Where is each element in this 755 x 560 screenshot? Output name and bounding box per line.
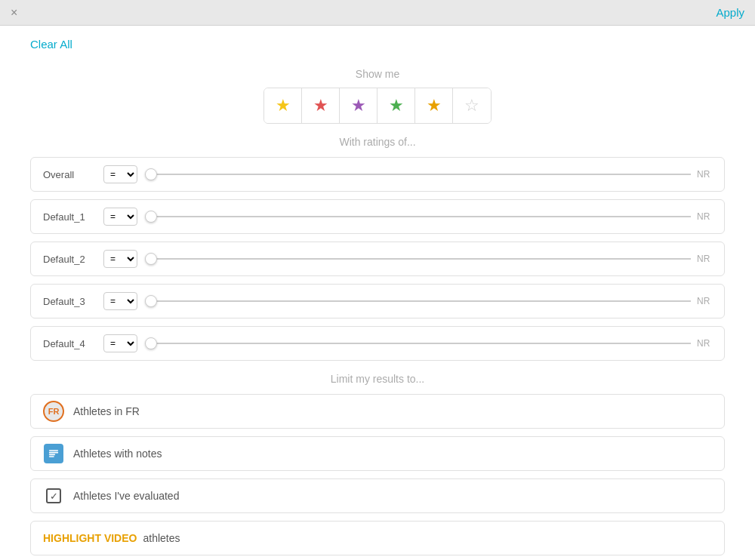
athletes-with-notes-label: Athletes with notes [73,448,162,460]
with-ratings-label: With ratings of... [30,136,725,148]
rating-name-1: Default_1 [43,211,103,223]
rating-slider-3[interactable] [145,300,691,302]
rating-slider-4[interactable] [145,343,691,344]
star-filter-row: ★ ★ ★ ★ ★ ☆ [30,88,725,124]
rating-name-4: Default_4 [43,338,103,349]
rating-row-0: Overall = > < >= <= NR [30,157,725,192]
rating-name-2: Default_2 [43,254,103,265]
rating-operator-0[interactable]: = > < >= <= [103,165,137,183]
apply-button[interactable]: Apply [716,6,744,19]
athletes-in-fr-row[interactable]: FR Athletes in FR [30,394,725,429]
rating-rows-container: Overall = > < >= <= NR Default_1 = > < >… [30,157,725,361]
athletes-evaluated-label: Athletes I've evaluated [73,490,179,502]
star-yellow-button[interactable]: ★ [264,88,302,123]
slider-end-label-3: NR [697,296,712,306]
rating-slider-2[interactable] [145,258,691,260]
evaluated-icon [43,485,64,506]
top-bar: × Apply [0,0,755,26]
slider-track-2 [145,258,691,260]
slider-end-label-1: NR [697,211,712,222]
slider-track-0 [145,174,691,175]
fr-icon: FR [43,401,64,422]
slider-track-4 [145,343,691,344]
rating-operator-1[interactable]: = > < >= <= [103,208,137,226]
rating-operator-4[interactable]: = > < >= <= [103,334,137,352]
close-button[interactable]: × [11,7,17,19]
highlight-video-label: HIGHLIGHT VIDEO [43,532,137,544]
clear-all-row: Clear All [30,26,725,57]
rating-slider-1[interactable] [145,216,691,217]
notes-icon [43,443,64,464]
athletes-in-fr-label: Athletes in FR [73,405,140,417]
clear-all-button[interactable]: Clear All [30,38,72,51]
slider-end-label-2: NR [697,254,712,264]
rating-row-4: Default_4 = > < >= <= NR [30,326,725,361]
highlight-video-suffix: athletes [143,532,180,544]
rating-operator-3[interactable]: = > < >= <= [103,292,137,310]
star-green-button[interactable]: ★ [378,88,415,123]
slider-end-label-4: NR [697,338,712,349]
rating-row-1: Default_1 = > < >= <= NR [30,199,725,234]
star-container: ★ ★ ★ ★ ★ ☆ [263,88,492,124]
rating-row-3: Default_3 = > < >= <= NR [30,284,725,318]
rating-slider-0[interactable] [145,174,691,175]
slider-track-1 [145,216,691,217]
slider-end-label-0: NR [697,169,712,180]
main-content: Clear All Show me ★ ★ ★ ★ ★ ☆ With ratin… [0,26,755,560]
athletes-with-notes-row[interactable]: Athletes with notes [30,436,725,471]
slider-track-3 [145,300,691,302]
rating-operator-2[interactable]: = > < >= <= [103,250,137,268]
rating-name-3: Default_3 [43,296,103,307]
star-purple-button[interactable]: ★ [340,88,378,123]
highlight-video-row[interactable]: HIGHLIGHT VIDEO athletes [30,521,725,555]
rating-name-0: Overall [43,169,103,180]
limit-results-label: Limit my results to... [30,373,725,385]
star-empty-button[interactable]: ☆ [453,88,491,123]
star-orange-button[interactable]: ★ [415,88,453,123]
show-me-label: Show me [30,68,725,80]
rating-row-2: Default_2 = > < >= <= NR [30,242,725,276]
star-red-button[interactable]: ★ [302,88,340,123]
athletes-evaluated-row[interactable]: Athletes I've evaluated [30,478,725,513]
